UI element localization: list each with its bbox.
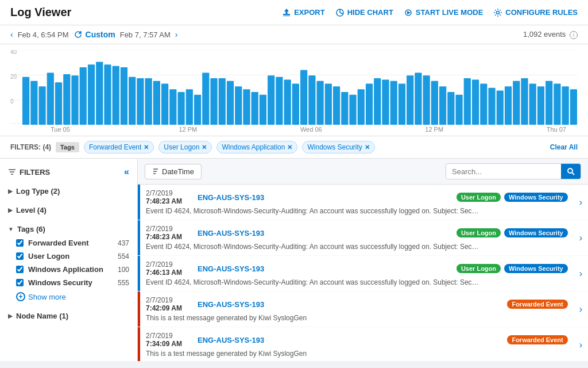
header: Log Viewer EXPORT HIDE CHART START LIVE … bbox=[0, 0, 588, 25]
user-logon-checkbox[interactable] bbox=[16, 252, 24, 260]
remove-windows-application-filter[interactable]: ✕ bbox=[287, 144, 292, 151]
tags-section-header[interactable]: ▼ Tags (6) bbox=[0, 222, 137, 236]
log-expand-chevron[interactable]: › bbox=[574, 185, 588, 220]
gear-icon bbox=[493, 8, 502, 17]
clear-all-filters[interactable]: Clear All bbox=[550, 143, 578, 151]
tag-user-logon: User Logon bbox=[457, 264, 501, 273]
log-source: ENG-AUS-SYS-193 bbox=[198, 264, 451, 273]
log-list: DateTime 2/7/2019 7:48:23 AM ENG-AUS-SYS… bbox=[138, 159, 588, 361]
svg-rect-83 bbox=[570, 89, 577, 125]
sidebar-collapse-button[interactable]: « bbox=[124, 167, 129, 177]
svg-rect-39 bbox=[210, 78, 217, 125]
export-button[interactable]: EXPORT bbox=[282, 8, 324, 17]
svg-rect-49 bbox=[292, 84, 299, 125]
windows-security-checkbox[interactable] bbox=[16, 279, 24, 286]
svg-rect-44 bbox=[252, 92, 258, 125]
forwarded-label: Forwarded Event bbox=[28, 239, 113, 247]
forwarded-checkbox[interactable] bbox=[16, 239, 24, 247]
filters-bar: FILTERS: (4) Tags Forwarded Event ✕ User… bbox=[0, 136, 588, 159]
prev-arrow[interactable]: ‹ bbox=[10, 30, 13, 39]
svg-rect-77 bbox=[521, 78, 528, 125]
configure-rules-button[interactable]: CONFIGURE RULES bbox=[493, 8, 578, 17]
log-expand-chevron[interactable]: › bbox=[574, 256, 588, 291]
sidebar-title: FILTERS bbox=[8, 168, 50, 177]
next-arrow[interactable]: › bbox=[175, 30, 178, 39]
svg-rect-40 bbox=[219, 78, 226, 125]
log-source: ENG-AUS-SYS-193 bbox=[198, 193, 451, 202]
log-source: ENG-AUS-SYS-193 bbox=[198, 229, 451, 237]
svg-rect-36 bbox=[186, 89, 193, 125]
tags-arrow: ▼ bbox=[8, 226, 14, 232]
show-more-button[interactable]: + Show more bbox=[0, 289, 137, 304]
svg-text:20: 20 bbox=[10, 73, 17, 79]
windows-application-label: Windows Application bbox=[28, 265, 113, 274]
log-entry-content: 2/7/2019 7:48:23 AM ENG-AUS-SYS-193 User… bbox=[140, 185, 574, 220]
svg-rect-1 bbox=[283, 16, 290, 16]
log-entry[interactable]: 2/7/2019 7:34:09 AM ENG-AUS-SYS-193 Forw… bbox=[138, 327, 588, 361]
sort-icon bbox=[152, 168, 159, 175]
nodename-section-header[interactable]: ▶ Node Name (1) bbox=[0, 309, 137, 323]
remove-forwarded-filter[interactable]: ✕ bbox=[144, 144, 149, 151]
log-tags: User Logon Windows Security bbox=[457, 228, 568, 237]
svg-rect-19 bbox=[47, 73, 54, 125]
svg-rect-55 bbox=[341, 92, 348, 125]
sort-datetime-button[interactable]: DateTime bbox=[145, 164, 202, 179]
info-icon[interactable]: i bbox=[570, 31, 578, 39]
level-section-header[interactable]: ▶ Level (4) bbox=[0, 203, 137, 217]
svg-rect-75 bbox=[505, 86, 512, 125]
remove-windows-security-filter[interactable]: ✕ bbox=[365, 144, 370, 151]
search-button[interactable] bbox=[561, 164, 581, 179]
svg-rect-0 bbox=[283, 14, 290, 15]
log-entry[interactable]: 2/7/2019 7:48:23 AM ENG-AUS-SYS-193 User… bbox=[138, 220, 588, 255]
log-expand-chevron[interactable]: › bbox=[574, 292, 588, 327]
export-icon bbox=[282, 8, 291, 17]
bars-svg bbox=[22, 50, 578, 125]
level-label: Level (4) bbox=[16, 206, 47, 214]
log-expand-chevron[interactable]: › bbox=[574, 220, 588, 255]
sidebar-item-windows-application[interactable]: Windows Application 100 bbox=[0, 263, 137, 276]
filter-tag-windows-application[interactable]: Windows Application ✕ bbox=[216, 141, 297, 154]
log-message: Event ID 4624, Microsoft-Windows-Securit… bbox=[146, 243, 479, 251]
custom-range-selector[interactable]: Custom bbox=[74, 30, 115, 39]
svg-rect-22 bbox=[71, 75, 78, 125]
svg-rect-66 bbox=[431, 81, 438, 125]
log-expand-chevron[interactable]: › bbox=[574, 327, 588, 361]
x-label-1: 12 PM bbox=[179, 126, 197, 133]
level-arrow: ▶ bbox=[8, 207, 13, 213]
left-date: Feb 4, 6:54 PM bbox=[18, 30, 69, 39]
filters-count: FILTERS: (4) bbox=[10, 143, 51, 151]
sidebar-item-forwarded[interactable]: Forwarded Event 437 bbox=[0, 236, 137, 250]
svg-rect-29 bbox=[129, 77, 136, 125]
svg-rect-56 bbox=[349, 95, 356, 125]
search-box bbox=[446, 163, 581, 179]
svg-rect-64 bbox=[415, 73, 421, 125]
filter-tag-user-logon[interactable]: User Logon ✕ bbox=[158, 141, 212, 154]
remove-user-logon-filter[interactable]: ✕ bbox=[202, 144, 207, 151]
svg-rect-72 bbox=[480, 84, 487, 125]
sidebar-item-user-logon[interactable]: User Logon 554 bbox=[0, 250, 137, 263]
svg-rect-26 bbox=[104, 64, 111, 125]
tags-label: Tags (6) bbox=[17, 225, 45, 233]
start-live-mode-button[interactable]: START LIVE MODE bbox=[404, 8, 483, 17]
log-entry[interactable]: 2/7/2019 7:42:09 AM ENG-AUS-SYS-193 Forw… bbox=[138, 292, 588, 327]
logtype-section-header[interactable]: ▶ Log Type (2) bbox=[0, 184, 137, 198]
svg-rect-23 bbox=[80, 67, 87, 125]
svg-rect-50 bbox=[300, 70, 307, 125]
svg-point-90 bbox=[568, 168, 572, 173]
sidebar-item-windows-security[interactable]: Windows Security 555 bbox=[0, 276, 137, 289]
search-input[interactable] bbox=[446, 164, 561, 179]
svg-rect-57 bbox=[358, 89, 365, 125]
hide-chart-button[interactable]: HIDE CHART bbox=[335, 8, 393, 17]
svg-marker-7 bbox=[407, 11, 411, 14]
tag-windows-security: Windows Security bbox=[504, 264, 568, 273]
windows-application-checkbox[interactable] bbox=[16, 266, 24, 273]
log-entry[interactable]: 2/7/2019 7:48:23 AM ENG-AUS-SYS-193 User… bbox=[138, 185, 588, 220]
windows-security-count: 555 bbox=[118, 279, 129, 287]
filter-tag-windows-security[interactable]: Windows Security ✕ bbox=[302, 141, 374, 154]
log-entry[interactable]: 2/7/2019 7:46:13 AM ENG-AUS-SYS-193 User… bbox=[138, 256, 588, 291]
filter-tag-forwarded[interactable]: Forwarded Event ✕ bbox=[84, 141, 154, 154]
page-title: Log Viewer bbox=[10, 6, 71, 19]
svg-text:40: 40 bbox=[10, 50, 17, 55]
events-count: 1,092 events i bbox=[523, 30, 578, 39]
nodename-label: Node Name (1) bbox=[16, 312, 68, 320]
